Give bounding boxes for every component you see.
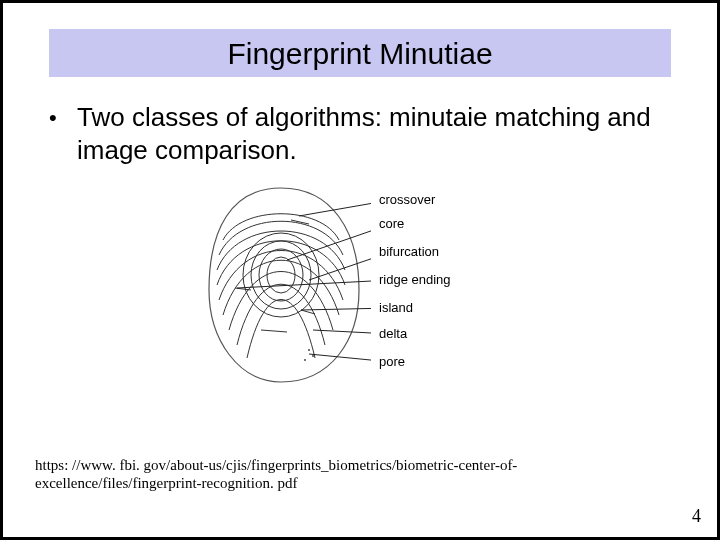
- bullet-item: • Two classes of algorithms: minutaie ma…: [49, 101, 671, 166]
- svg-line-8: [287, 224, 371, 260]
- svg-point-5: [312, 355, 314, 357]
- figure-labels: crossover core bifurcation ridge ending …: [379, 180, 529, 390]
- svg-point-4: [308, 349, 310, 351]
- label-crossover: crossover: [379, 192, 435, 207]
- label-bifurcation: bifurcation: [379, 244, 439, 259]
- fingerprint-image: [191, 180, 371, 390]
- svg-point-3: [243, 233, 319, 317]
- citation: https: //www. fbi. gov/about-us/cjis/fin…: [35, 456, 637, 494]
- slide: Fingerprint Minutiae • Two classes of al…: [0, 0, 720, 540]
- svg-line-13: [309, 354, 371, 362]
- content-area: • Two classes of algorithms: minutaie ma…: [49, 101, 671, 390]
- slide-title: Fingerprint Minutiae: [49, 29, 671, 77]
- fingerprint-figure: crossover core bifurcation ridge ending …: [49, 180, 671, 390]
- page-number: 4: [692, 506, 701, 527]
- label-core: core: [379, 216, 404, 231]
- label-ridge-ending: ridge ending: [379, 272, 451, 287]
- svg-point-0: [267, 257, 295, 293]
- svg-line-7: [299, 200, 371, 216]
- label-island: island: [379, 300, 413, 315]
- bullet-dot-icon: •: [49, 107, 63, 129]
- label-pore: pore: [379, 354, 405, 369]
- svg-point-2: [251, 241, 311, 309]
- label-delta: delta: [379, 326, 407, 341]
- bullet-text: Two classes of algorithms: minutaie matc…: [77, 101, 671, 166]
- svg-point-6: [304, 359, 306, 361]
